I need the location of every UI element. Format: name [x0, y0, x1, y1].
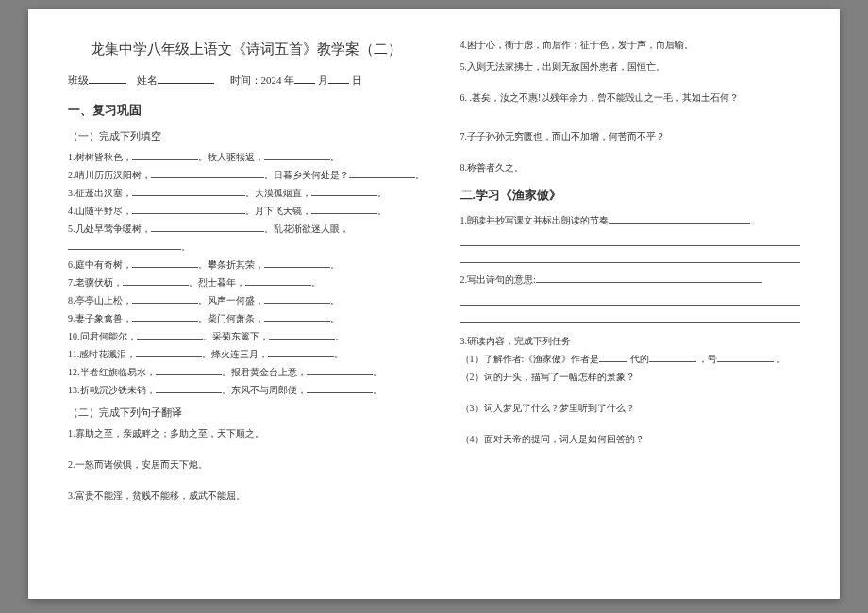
- time-label: 时间：: [230, 75, 261, 86]
- fill-item: 9.妻子象禽兽，。柴门何萧条，。: [68, 309, 425, 327]
- year: 2024: [261, 75, 282, 86]
- year-suffix: 年: [284, 75, 294, 86]
- fill-item: 11.感时花溅泪，。烽火连三月，。: [68, 345, 425, 363]
- answer-line[interactable]: [460, 235, 801, 246]
- answer-line[interactable]: [460, 294, 801, 306]
- page-title: 龙集中学八年级上语文《诗词五首》教学案（二）: [68, 36, 425, 63]
- q2: 2.写出诗句的意思:: [460, 271, 801, 289]
- day-suffix: 日: [352, 75, 362, 86]
- q3-4: （4）面对天帝的提问，词人是如何回答的？: [460, 430, 801, 448]
- month-suffix: 月: [318, 75, 328, 86]
- fill-item: 5.几处早莺争暖树，。乱花渐欲迷人眼，: [68, 220, 425, 238]
- fill-item: 6.庭中有奇树，。攀条折其荣，。: [68, 256, 425, 273]
- answer-line[interactable]: [460, 311, 801, 323]
- name-blank[interactable]: [158, 73, 214, 84]
- q3-2: （2）词的开头，描写了一幅怎样的景象？: [460, 368, 801, 386]
- fill-item: 1.树树皆秋色，。牧人驱犊返，。: [68, 148, 425, 166]
- fill-item: 7.老骥伏枥，。烈士暮年，。: [68, 273, 425, 291]
- name-label: 姓名: [137, 75, 158, 86]
- class-label: 班级: [68, 75, 89, 86]
- fill-item: 4.山随平野尽，。月下飞天镜，。: [68, 202, 425, 220]
- answer-line[interactable]: [460, 252, 801, 263]
- fill-item: 12.半卷红旗临易水，。报君黄金台上意，。: [68, 363, 425, 381]
- translate-item: 5.入则无法家拂士，出则无敌国外患者，国恒亡。: [460, 58, 801, 75]
- translate-item: 4.困于心，衡于虑，而后作；征于色，发于声，而后喻。: [460, 36, 801, 54]
- day-blank[interactable]: [328, 73, 349, 84]
- section1-heading: 一、复习巩固: [68, 99, 425, 123]
- q3: 3.研读内容，完成下列任务: [460, 332, 801, 350]
- section2-heading: 二.学习《渔家傲》: [460, 184, 801, 207]
- right-column: 4.困于心，衡于虑，而后作；征于色，发于声，而后喻。 5.入则无法家拂士，出则无…: [460, 36, 801, 572]
- fill-item: 。: [68, 238, 425, 256]
- translate-item: 7.子子孙孙无穷匮也，而山不加增，何苦而不平？: [460, 127, 801, 145]
- fill-item: 10.问君何能尔，。采菊东篱下，。: [68, 327, 425, 345]
- fill-item: 13.折戟沉沙铁未销，。东风不与周郎便，。: [68, 381, 425, 399]
- meta-line: 班级 姓名 时间：2024 年 月 日: [68, 71, 425, 91]
- translate-item: 1.寡助之至，亲戚畔之；多助之至，天下顺之。: [68, 424, 425, 442]
- fill-item: 3.征蓬出汉塞，。大漠孤烟直，。: [68, 184, 425, 202]
- worksheet-page: 龙集中学八年级上语文《诗词五首》教学案（二） 班级 姓名 时间：2024 年 月…: [28, 9, 840, 599]
- translate-item: 2.一怒而诸侯惧，安居而天下熄。: [68, 456, 425, 473]
- section1-sub1: （一）完成下列填空: [68, 126, 425, 146]
- q3-1: （1）了解作者:《渔家傲》作者是 代的 ，号 。: [460, 350, 801, 368]
- section1-sub2: （二）完成下列句子翻译: [68, 403, 425, 422]
- q3-3: （3）词人梦见了什么？梦里听到了什么？: [460, 399, 801, 417]
- translate-item: 3.富贵不能淫，贫贱不能移，威武不能屈。: [68, 487, 425, 505]
- class-blank[interactable]: [89, 73, 126, 84]
- translate-item: 6. .甚矣，汝之不惠!以残年余力，曾不能毁山之一毛，其如土石何？: [460, 89, 801, 107]
- q1: 1.朗读并抄写课文并标出朗读的节奏: [460, 211, 801, 229]
- fill-item: 8.亭亭山上松，。风声一何盛，。: [68, 291, 425, 309]
- fill-item: 2.晴川历历汉阳树，。日暮乡关何处是？。: [68, 166, 425, 184]
- left-column: 龙集中学八年级上语文《诗词五首》教学案（二） 班级 姓名 时间：2024 年 月…: [68, 36, 425, 572]
- month-blank[interactable]: [294, 73, 315, 84]
- translate-item: 8.称善者久之。: [460, 158, 801, 176]
